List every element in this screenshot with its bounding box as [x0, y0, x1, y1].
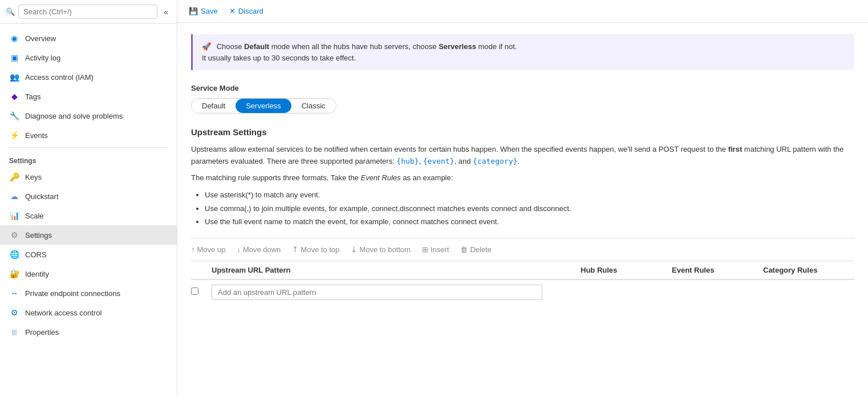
move-to-bottom-icon: ⤓ — [351, 245, 357, 254]
table-header-hub: Hub Rules — [581, 266, 672, 274]
diagnose-icon: 🔧 — [9, 111, 19, 121]
network-access-icon: ⚙ — [9, 307, 19, 318]
connect-italic: connect — [491, 204, 517, 213]
collapse-sidebar-button[interactable]: « — [161, 6, 171, 18]
settings-icon: ⚙ — [9, 230, 19, 240]
row-checkbox[interactable] — [191, 287, 198, 295]
table-header-url: Upstream URL Pattern — [212, 266, 581, 274]
mode-default-button[interactable]: Default — [192, 99, 236, 113]
bullet-item-1: Use asterisk(*) to match any event. — [205, 188, 854, 201]
sidebar-item-scale[interactable]: 📊 Scale — [0, 206, 177, 225]
info-banner-text2: mode when all the hubs have hub servers,… — [269, 42, 439, 51]
connect-event-italic: connect — [451, 217, 477, 226]
upstream-title: Upstream Settings — [191, 127, 854, 137]
sidebar-item-diagnose-label: Diagnose and solve problems — [25, 112, 123, 120]
sidebar-item-network-access[interactable]: ⚙ Network access control — [0, 303, 177, 322]
param-category: {category} — [473, 157, 517, 165]
quickstart-icon: ☁ — [9, 191, 19, 201]
sidebar-search-container: 🔍 « — [0, 0, 177, 24]
sidebar-divider — [9, 147, 168, 148]
cors-icon: 🌐 — [9, 249, 19, 260]
move-to-top-icon: ⤒ — [292, 245, 298, 254]
sidebar-item-quickstart[interactable]: ☁ Quickstart — [0, 187, 177, 206]
toolbar: 💾 Save ✕ Discard — [177, 0, 868, 23]
save-label: Save — [201, 7, 218, 15]
sidebar-item-keys[interactable]: 🔑 Keys — [0, 167, 177, 187]
param-event: {event} — [423, 157, 455, 165]
sidebar-item-access-control-label: Access control (IAM) — [25, 73, 94, 82]
sidebar-item-events-label: Events — [25, 131, 48, 140]
identity-icon: 🔐 — [9, 269, 19, 279]
sidebar-item-keys-label: Keys — [25, 173, 42, 181]
service-mode-label: Service Mode — [191, 84, 854, 92]
sidebar-item-identity[interactable]: 🔐 Identity — [0, 264, 177, 283]
url-input-cell — [212, 285, 854, 300]
sidebar-item-private-endpoint[interactable]: ↔ Private endpoint connections — [0, 283, 177, 303]
insert-label: Insert — [431, 245, 449, 254]
keys-icon: 🔑 — [9, 172, 19, 182]
bullet-item-2: Use comma(,) to join multiple events, fo… — [205, 202, 854, 215]
sidebar-item-settings[interactable]: ⚙ Settings — [0, 225, 177, 245]
tags-icon: ◆ — [9, 91, 19, 102]
param-hub: {hub} — [396, 157, 419, 165]
sidebar-item-diagnose[interactable]: 🔧 Diagnose and solve problems — [0, 106, 177, 125]
sidebar-item-events[interactable]: ⚡ Events — [0, 125, 177, 145]
settings-section-label: Settings — [0, 150, 177, 167]
save-button[interactable]: 💾 Save — [189, 5, 218, 18]
bullet-item-3: Use the full event name to match the eve… — [205, 215, 854, 228]
activity-log-icon: ▣ — [9, 52, 19, 63]
sidebar-item-tags[interactable]: ◆ Tags — [0, 87, 177, 106]
sidebar-item-access-control[interactable]: 👥 Access control (IAM) — [0, 67, 177, 87]
insert-icon: ⊞ — [422, 245, 428, 254]
upstream-bold-first: first — [728, 145, 743, 153]
move-to-bottom-button[interactable]: ⤓ Move to bottom — [351, 243, 411, 256]
private-endpoint-icon: ↔ — [9, 288, 19, 298]
upstream-table: Upstream URL Pattern Hub Rules Event Rul… — [191, 261, 854, 305]
insert-button[interactable]: ⊞ Insert — [422, 243, 449, 256]
move-down-label: Move down — [243, 245, 281, 254]
row-checkbox-cell — [191, 287, 212, 297]
sidebar-item-network-access-label: Network access control — [25, 309, 102, 317]
mode-classic-button[interactable]: Classic — [291, 99, 336, 113]
search-input[interactable] — [18, 5, 157, 19]
connect-link: connect — [393, 217, 419, 226]
table-header: Upstream URL Pattern Hub Rules Event Rul… — [191, 261, 854, 280]
info-banner-bold-default: Default — [244, 42, 269, 51]
sidebar-item-activity-log-label: Activity log — [25, 54, 60, 62]
discard-label: Discard — [238, 7, 263, 15]
disconnect-italic: disconnect — [534, 204, 569, 213]
move-to-top-button[interactable]: ⤒ Move to top — [292, 243, 339, 256]
sidebar-item-overview[interactable]: ◉ Overview — [0, 29, 177, 48]
move-up-label: Move up — [197, 245, 226, 254]
save-icon: 💾 — [189, 7, 198, 15]
discard-button[interactable]: ✕ Discard — [229, 5, 263, 18]
discard-icon: ✕ — [229, 7, 236, 15]
delete-label: Delete — [470, 245, 492, 254]
move-up-button[interactable]: ↑ Move up — [191, 243, 225, 256]
sidebar-item-settings-label: Settings — [25, 231, 52, 240]
sidebar-item-activity-log[interactable]: ▣ Activity log — [0, 48, 177, 67]
events-icon: ⚡ — [9, 130, 19, 140]
url-pattern-input[interactable] — [212, 285, 542, 300]
search-icon: 🔍 — [6, 7, 15, 16]
overview-icon: ◉ — [9, 33, 19, 43]
info-banner-text3: mode if not. — [476, 42, 517, 51]
sidebar-item-overview-label: Overview — [25, 34, 56, 43]
delete-button[interactable]: 🗑 Delete — [460, 243, 492, 256]
scale-icon: 📊 — [9, 210, 19, 221]
sidebar-item-properties[interactable]: ||| Properties — [0, 322, 177, 342]
sidebar-item-scale-label: Scale — [25, 212, 44, 220]
content-area: 🚀 Choose Default mode when all the hubs … — [177, 23, 868, 397]
main-content: 💾 Save ✕ Discard 🚀 Choose Default mode w… — [177, 0, 868, 397]
mode-serverless-button[interactable]: Serverless — [236, 99, 291, 113]
comma-code: comma(,) — [220, 204, 252, 213]
sidebar-item-quickstart-label: Quickstart — [25, 192, 59, 201]
info-banner: 🚀 Choose Default mode when all the hubs … — [191, 34, 854, 70]
sidebar-item-cors-label: CORS — [25, 250, 47, 259]
sidebar-item-tags-label: Tags — [25, 92, 40, 101]
sidebar-nav: ◉ Overview ▣ Activity log 👥 Access contr… — [0, 24, 177, 346]
access-control-icon: 👥 — [9, 72, 19, 82]
sidebar-item-cors[interactable]: 🌐 CORS — [0, 245, 177, 264]
move-down-button[interactable]: ↓ Move down — [237, 243, 281, 256]
bullet-list: Use asterisk(*) to match any event. Use … — [205, 188, 854, 228]
